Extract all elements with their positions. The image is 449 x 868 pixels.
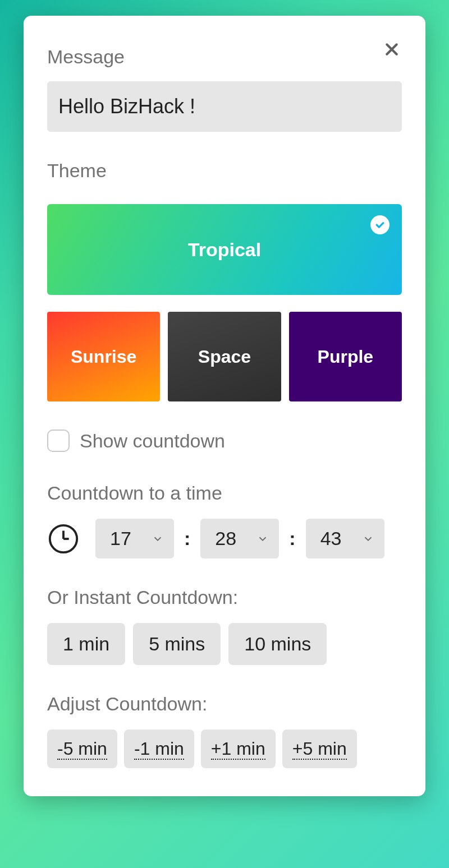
second-value: 43 — [320, 528, 342, 550]
clock-icon — [47, 523, 80, 555]
chevron-down-icon — [256, 533, 269, 545]
theme-option-purple[interactable]: Purple — [289, 312, 402, 401]
theme-option-sunrise[interactable]: Sunrise — [47, 312, 160, 401]
theme-option-label: Space — [198, 347, 251, 367]
show-countdown-checkbox[interactable] — [47, 430, 70, 452]
theme-option-space[interactable]: Space — [168, 312, 281, 401]
chevron-down-icon — [152, 533, 164, 545]
adjust-minus-5-button[interactable]: -5 min — [47, 730, 117, 768]
instant-1min-button[interactable]: 1 min — [47, 623, 125, 665]
settings-card: Message Theme Tropical Sunrise Space Pur… — [24, 16, 425, 796]
selected-check-badge — [370, 215, 390, 234]
adjust-minus-1-button[interactable]: -1 min — [124, 730, 194, 768]
minute-select[interactable]: 28 — [200, 519, 279, 558]
theme-option-label: Purple — [318, 347, 374, 367]
adjust-plus-1-button[interactable]: +1 min — [201, 730, 276, 768]
second-select[interactable]: 43 — [306, 519, 384, 558]
time-row: 17 : 28 : 43 — [47, 519, 402, 558]
theme-option-label: Sunrise — [71, 347, 136, 367]
theme-options-row: Sunrise Space Purple — [47, 312, 402, 401]
chevron-down-icon — [362, 533, 374, 545]
show-countdown-row: Show countdown — [47, 430, 402, 452]
instant-10mins-button[interactable]: 10 mins — [228, 623, 327, 665]
theme-selected-label: Tropical — [188, 239, 261, 261]
adjust-label: Adjust Countdown: — [47, 693, 402, 715]
countdown-to-label: Countdown to a time — [47, 482, 402, 504]
message-input[interactable] — [47, 81, 402, 132]
check-icon — [374, 219, 386, 230]
instant-label: Or Instant Countdown: — [47, 587, 402, 608]
time-colon: : — [289, 528, 295, 550]
close-icon — [383, 41, 400, 58]
close-button[interactable] — [382, 39, 402, 59]
theme-label: Theme — [47, 160, 402, 182]
hour-value: 17 — [110, 528, 131, 550]
theme-option-tropical[interactable]: Tropical — [47, 204, 402, 295]
time-colon: : — [184, 528, 190, 550]
message-label: Message — [47, 46, 402, 68]
adjust-plus-5-button[interactable]: +5 min — [282, 730, 357, 768]
hour-select[interactable]: 17 — [95, 519, 174, 558]
minute-value: 28 — [215, 528, 236, 550]
adjust-row: -5 min -1 min +1 min +5 min — [47, 730, 402, 768]
show-countdown-label: Show countdown — [80, 430, 225, 452]
instant-5mins-button[interactable]: 5 mins — [133, 623, 221, 665]
instant-row: 1 min 5 mins 10 mins — [47, 623, 402, 665]
